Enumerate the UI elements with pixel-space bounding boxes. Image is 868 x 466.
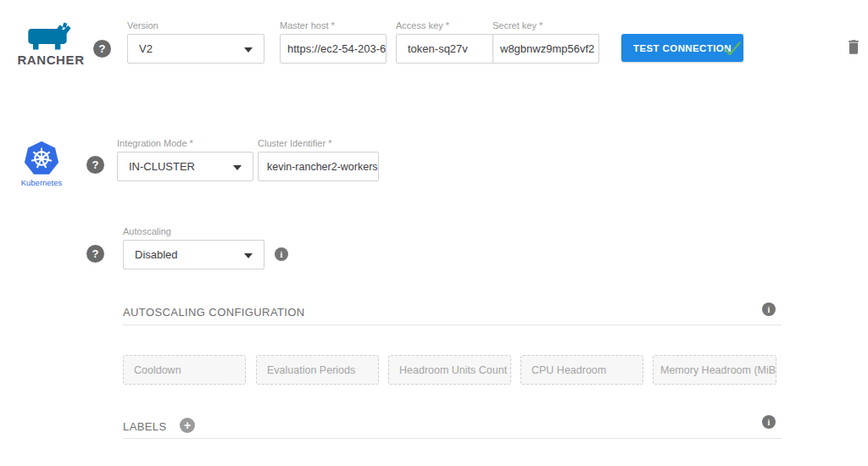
integration-mode-label: Integration Mode * xyxy=(117,138,253,148)
kubernetes-logo: Kubernetes xyxy=(15,141,68,187)
autoscaling-select[interactable]: Disabled xyxy=(123,240,264,269)
kubernetes-helm-icon xyxy=(15,141,68,175)
cluster-identifier-input[interactable]: kevin-rancher2-workers xyxy=(258,152,379,181)
integration-mode-value: IN-CLUSTER xyxy=(129,160,195,173)
integration-settings-page: RANCHER ? Version V2 Master host * https… xyxy=(0,0,868,466)
add-label-button[interactable]: + xyxy=(180,418,195,433)
version-field-group: Version V2 xyxy=(127,20,264,64)
question-mark-glyph: ? xyxy=(99,42,106,55)
secret-key-input[interactable]: w8gbnwz9mp56vf2 xyxy=(492,34,599,64)
autoscaling-value: Disabled xyxy=(135,248,178,261)
rancher-brand-text: RANCHER xyxy=(10,53,92,67)
rancher-bull-icon xyxy=(10,22,92,51)
info-icon[interactable]: i xyxy=(762,415,776,429)
master-host-field-group: Master host * https://ec2-54-203-6 xyxy=(280,20,387,64)
access-key-label: Access key * xyxy=(396,20,499,31)
autoscaling-configuration-title: AUTOSCALING CONFIGURATION xyxy=(123,306,305,319)
help-icon[interactable]: ? xyxy=(93,40,111,58)
trash-icon[interactable] xyxy=(845,37,862,60)
memory-headroom-input-disabled[interactable]: Memory Headroom (MiB) xyxy=(653,355,776,385)
section-divider xyxy=(123,438,782,439)
info-icon[interactable]: i xyxy=(762,302,776,316)
access-key-input[interactable]: token-sq27v xyxy=(396,34,499,64)
master-host-input[interactable]: https://ec2-54-203-6 xyxy=(280,34,387,64)
chevron-down-icon xyxy=(244,47,253,53)
version-label: Version xyxy=(127,20,264,31)
master-host-value: https://ec2-54-203-6 xyxy=(287,42,386,55)
access-key-value: token-sq27v xyxy=(408,42,468,55)
version-value: V2 xyxy=(139,42,153,55)
chevron-down-icon xyxy=(233,165,242,170)
integration-mode-field-group: Integration Mode * IN-CLUSTER xyxy=(117,138,253,181)
integration-mode-select[interactable]: IN-CLUSTER xyxy=(117,152,253,181)
autoscaling-label: Autoscaling xyxy=(123,226,264,236)
labels-title: LABELS xyxy=(123,420,167,433)
master-host-label: Master host * xyxy=(280,20,387,31)
evaluation-periods-input-disabled[interactable]: Evaluation Periods xyxy=(256,355,379,385)
info-glyph: i xyxy=(768,418,771,427)
kubernetes-brand-text: Kubernetes xyxy=(15,178,68,187)
plus-icon: + xyxy=(184,419,191,432)
secret-key-field-group: Secret key * w8gbnwz9mp56vf2 xyxy=(492,20,599,64)
section-divider xyxy=(123,325,782,325)
question-mark-glyph: ? xyxy=(92,247,99,260)
headroom-units-count-input-disabled[interactable]: Headroom Units Count xyxy=(388,355,511,385)
cluster-identifier-field-group: Cluster Identifier * kevin-rancher2-work… xyxy=(258,138,379,181)
access-key-field-group: Access key * token-sq27v xyxy=(396,20,499,64)
autoscaling-field-group: Autoscaling Disabled xyxy=(123,226,264,269)
cluster-identifier-value: kevin-rancher2-workers xyxy=(267,161,378,173)
version-select[interactable]: V2 xyxy=(127,34,264,64)
chevron-down-icon xyxy=(244,253,253,258)
help-icon[interactable]: ? xyxy=(86,245,104,263)
question-mark-glyph: ? xyxy=(92,158,99,171)
rancher-logo: RANCHER xyxy=(10,22,92,67)
connection-success-check-icon xyxy=(721,38,743,62)
cooldown-input-disabled[interactable]: Cooldown xyxy=(123,355,246,385)
cpu-headroom-input-disabled[interactable]: CPU Headroom xyxy=(520,355,643,385)
help-icon[interactable]: ? xyxy=(86,156,104,174)
secret-key-value: w8gbnwz9mp56vf2 xyxy=(500,42,594,55)
info-icon[interactable]: i xyxy=(275,247,288,261)
info-glyph: i xyxy=(768,305,771,314)
cluster-identifier-label: Cluster Identifier * xyxy=(258,138,379,148)
secret-key-label: Secret key * xyxy=(492,20,599,31)
info-glyph: i xyxy=(281,250,283,259)
